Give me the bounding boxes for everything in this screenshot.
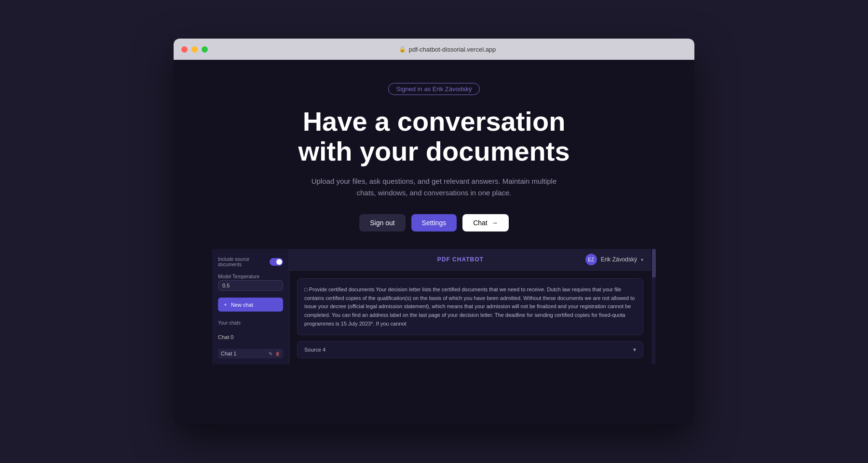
source-accordion[interactable]: Source 4 ▾	[297, 341, 643, 358]
signed-in-badge: Signed in as Erik Závodský	[388, 83, 480, 95]
preview-main: PDF CHATBOT EZ Erik Závodský ▾ □ Provide…	[289, 249, 651, 365]
sign-out-button[interactable]: Sign out	[359, 214, 405, 232]
chevron-down-icon[interactable]: ▾	[641, 257, 643, 262]
chat-item-1-actions: ✎ 🗑	[269, 351, 280, 356]
hero-buttons: Sign out Settings Chat →	[359, 214, 509, 232]
hero-title: Have a conversation with your documents	[298, 107, 570, 166]
app-preview: Include source documents Model Temperatu…	[212, 249, 656, 365]
arrow-icon: →	[491, 219, 498, 227]
browser-chrome: 🔒 pdf-chatbot-dissorial.vercel.app	[174, 39, 694, 60]
chat-header-title: PDF CHATBOT	[336, 256, 585, 263]
hero-subtitle: Upload your files, ask questions, and ge…	[309, 176, 559, 199]
scrollbar-track[interactable]	[652, 249, 656, 365]
traffic-light-green[interactable]	[202, 46, 208, 53]
user-name-label: Erik Závodský	[601, 256, 637, 263]
user-avatar: EZ	[585, 254, 597, 265]
model-temp-input[interactable]	[218, 280, 283, 291]
chat-item-1[interactable]: Chat 1 ✎ 🗑	[218, 349, 283, 358]
user-initials: EZ	[588, 257, 594, 262]
lock-icon: 🔒	[399, 46, 406, 53]
address-bar: 🔒 pdf-chatbot-dissorial.vercel.app	[208, 46, 687, 53]
include-source-label: Include source documents	[218, 257, 270, 267]
delete-icon[interactable]: 🗑	[275, 351, 280, 356]
traffic-light-red[interactable]	[181, 46, 188, 53]
your-chats-label: Your chats	[218, 320, 283, 326]
chat-messages: □ Provide certified documents Your decis…	[289, 271, 651, 365]
expand-icon: ▾	[633, 346, 636, 353]
chat-item-0[interactable]: Chat 0	[218, 332, 283, 342]
edit-icon[interactable]: ✎	[269, 351, 272, 356]
new-chat-button[interactable]: ＋ New chat	[218, 298, 283, 312]
url-text: pdf-chatbot-dissorial.vercel.app	[409, 46, 496, 53]
browser-content: Signed in as Erik Závodský Have a conver…	[174, 60, 694, 424]
include-source-row: Include source documents	[218, 257, 283, 267]
model-temp-section: Model Temperature	[218, 274, 283, 291]
scrollbar-thumb[interactable]	[652, 249, 656, 278]
chat-button[interactable]: Chat →	[462, 214, 509, 232]
source-label: Source 4	[304, 347, 326, 353]
chat-header: PDF CHATBOT EZ Erik Závodský ▾	[289, 249, 651, 271]
user-info: EZ Erik Závodský ▾	[585, 254, 643, 265]
model-temp-label: Model Temperature	[218, 274, 283, 279]
include-source-toggle[interactable]	[270, 258, 283, 266]
traffic-light-yellow[interactable]	[191, 46, 198, 53]
browser-window: 🔒 pdf-chatbot-dissorial.vercel.app Signe…	[174, 39, 694, 424]
preview-sidebar: Include source documents Model Temperatu…	[212, 249, 289, 365]
message-text: □ Provide certified documents Your decis…	[304, 286, 636, 328]
plus-icon: ＋	[223, 301, 228, 308]
hero-section: Signed in as Erik Závodský Have a conver…	[174, 60, 694, 249]
settings-button[interactable]: Settings	[411, 214, 457, 232]
message-card: □ Provide certified documents Your decis…	[297, 278, 643, 335]
traffic-lights	[181, 46, 208, 53]
